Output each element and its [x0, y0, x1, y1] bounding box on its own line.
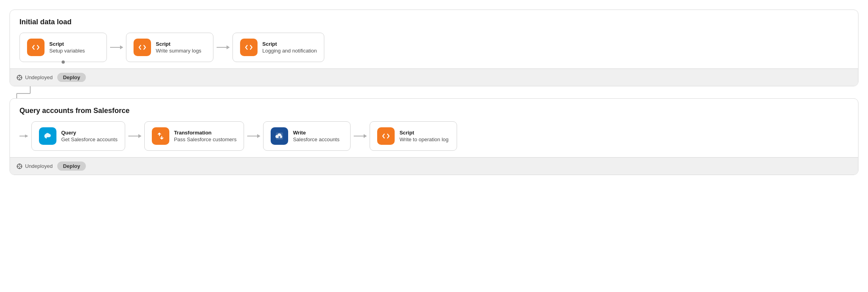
node-label-2-4: Write to operation log — [399, 136, 448, 142]
nodes-row-2: Query Get Salesforce accounts Transforma… — [19, 121, 849, 151]
node-text-2-3: Write Salesforce accounts — [293, 130, 339, 142]
node-logging-notification[interactable]: Script Logging and notification — [232, 33, 324, 62]
undeployed-icon-2 — [16, 163, 23, 169]
node-type-2-3: Write — [293, 130, 339, 136]
arrow-2-3 — [213, 47, 232, 48]
node-label-2: Write summary logs — [156, 48, 202, 54]
node-type-2-4: Script — [399, 130, 448, 136]
node-query-salesforce[interactable]: Query Get Salesforce accounts — [31, 121, 125, 151]
group-title-1: Initial data load — [19, 18, 849, 26]
between-groups-connector — [10, 86, 858, 98]
group-entry-arrow — [19, 133, 28, 139]
script-icon-4 — [377, 127, 395, 145]
group-title-2: Query accounts from Salesforce — [19, 107, 849, 115]
arrow-2-1-2 — [125, 136, 144, 136]
node-label-2-2: Pass Salesforce customers — [174, 136, 237, 142]
salesforce-icon-1 — [39, 127, 56, 145]
write-icon-1 — [271, 127, 288, 145]
node-setup-variables[interactable]: Script Setup variables — [19, 33, 107, 62]
svg-marker-5 — [25, 134, 28, 138]
script-icon-3 — [240, 39, 258, 56]
undeployed-label-2: Undeployed — [16, 163, 52, 169]
footer-bar-1: Undeployed Deploy — [10, 68, 858, 86]
node-write-salesforce[interactable]: Write Salesforce accounts — [263, 121, 351, 151]
undeployed-text-2: Undeployed — [25, 163, 52, 169]
node-text-2-1: Query Get Salesforce accounts — [61, 130, 118, 142]
node-text-2-2: Transformation Pass Salesforce customers — [174, 130, 237, 142]
node-label-2-1: Get Salesforce accounts — [61, 136, 118, 142]
connector-svg — [10, 86, 57, 98]
arrow-1-2 — [107, 47, 126, 48]
nodes-row-1: Script Setup variables Script Write s — [19, 33, 849, 62]
node-transformation[interactable]: Transformation Pass Salesforce customers — [144, 121, 244, 151]
pipeline-canvas: Initial data load Script Setup variables — [10, 10, 858, 175]
arrow-2-2-3 — [244, 136, 263, 136]
node-type-2: Script — [156, 41, 202, 47]
node-label-1: Setup variables — [49, 48, 85, 54]
script-icon-1 — [27, 39, 45, 56]
node-write-summary-logs[interactable]: Script Write summary logs — [126, 33, 213, 62]
footer-bar-2: Undeployed Deploy — [10, 157, 858, 175]
node-label-2-3: Salesforce accounts — [293, 136, 339, 142]
arrow-line-2-2 — [247, 136, 260, 136]
script-icon-2 — [134, 39, 151, 56]
node-type-1: Script — [49, 41, 85, 47]
node-type-3: Script — [262, 41, 317, 47]
node-dot-1 — [62, 60, 65, 64]
undeployed-text-1: Undeployed — [25, 74, 52, 80]
arrow-line-2-3 — [354, 136, 366, 136]
node-text-2-4: Script Write to operation log — [399, 130, 448, 142]
arrow-line-1 — [110, 47, 123, 48]
node-text-1: Script Setup variables — [49, 41, 85, 54]
arrow-line-2 — [217, 47, 229, 48]
deploy-button-1[interactable]: Deploy — [57, 73, 85, 82]
undeployed-label-1: Undeployed — [16, 74, 52, 81]
undeployed-icon-1 — [16, 74, 23, 81]
node-type-2-2: Transformation — [174, 130, 237, 136]
node-label-3: Logging and notification — [262, 48, 317, 54]
pipeline-group-query-salesforce: Query accounts from Salesforce Quer — [10, 98, 858, 175]
node-text-3: Script Logging and notification — [262, 41, 317, 54]
entry-arrow-svg — [19, 133, 28, 139]
arrow-line-2-1 — [128, 136, 141, 136]
transformation-icon-1 — [152, 127, 169, 145]
arrow-2-3-4 — [351, 136, 370, 136]
pipeline-group-initial-data-load: Initial data load Script Setup variables — [10, 10, 858, 86]
deploy-button-2[interactable]: Deploy — [57, 162, 85, 171]
node-type-2-1: Query — [61, 130, 118, 136]
node-text-2: Script Write summary logs — [156, 41, 202, 54]
node-write-operation-log[interactable]: Script Write to operation log — [370, 121, 457, 151]
